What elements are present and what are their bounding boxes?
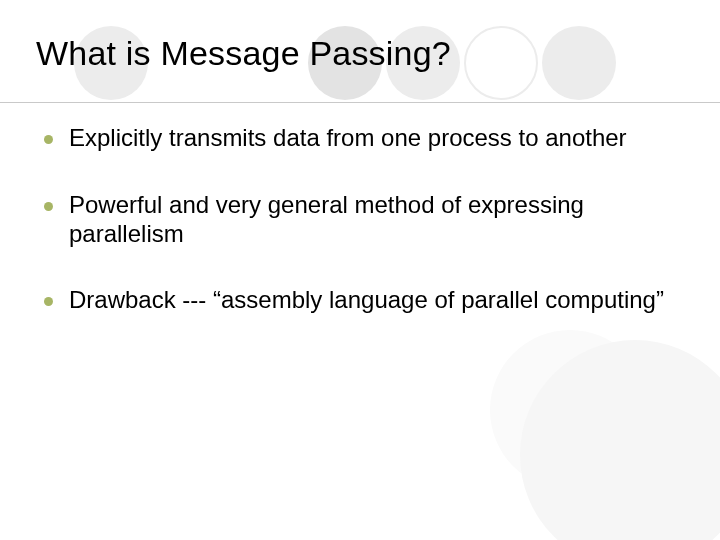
title-underline: [0, 102, 720, 103]
list-item: Powerful and very general method of expr…: [44, 191, 676, 249]
bullet-icon: [44, 202, 53, 211]
bullet-icon: [44, 135, 53, 144]
bullet-icon: [44, 297, 53, 306]
bullet-text: Explicitly transmits data from one proce…: [69, 124, 627, 153]
list-item: Drawback --- “assembly language of paral…: [44, 286, 676, 315]
slide-body: Explicitly transmits data from one proce…: [44, 124, 676, 353]
deco-circle-icon: [520, 340, 720, 540]
deco-circle-icon: [490, 330, 650, 490]
bullet-text: Drawback --- “assembly language of paral…: [69, 286, 664, 315]
bullet-text: Powerful and very general method of expr…: [69, 191, 676, 249]
list-item: Explicitly transmits data from one proce…: [44, 124, 676, 153]
slide-title: What is Message Passing?: [36, 34, 676, 73]
slide: What is Message Passing? Explicitly tran…: [0, 0, 720, 540]
